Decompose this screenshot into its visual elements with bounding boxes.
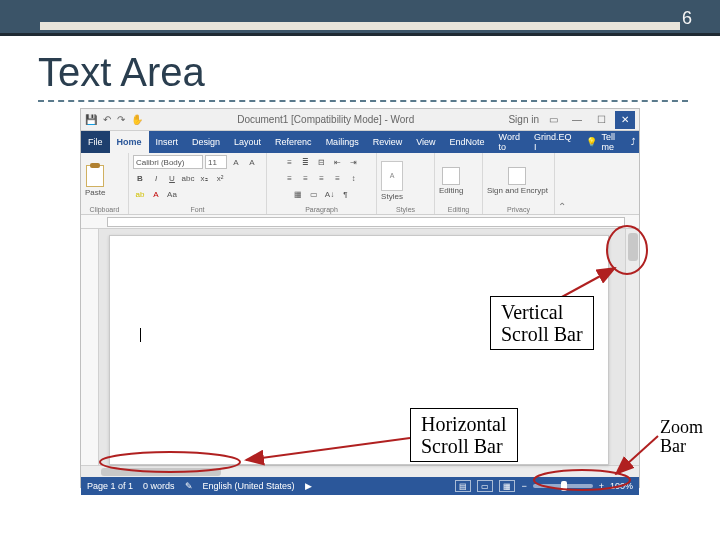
horizontal-scroll-row xyxy=(81,465,639,477)
sort-icon[interactable]: A↓ xyxy=(323,187,337,201)
paste-label: Paste xyxy=(85,188,105,197)
font-size-select[interactable]: 11 xyxy=(205,155,227,169)
share-icon: ⤴ xyxy=(631,137,636,147)
editing-group-label: Editing xyxy=(439,206,478,213)
maximize-button[interactable]: ☐ xyxy=(591,111,611,129)
group-privacy: Sign and Encrypt Privacy xyxy=(483,153,555,214)
save-icon[interactable]: 💾 xyxy=(85,114,97,125)
privacy-group-label: Privacy xyxy=(487,206,550,213)
callout-horizontal-scroll: Horizontal Scroll Bar xyxy=(410,408,518,462)
editing-button[interactable]: Editing xyxy=(439,167,463,195)
vertical-scroll-thumb[interactable] xyxy=(628,233,638,261)
ribbon-tabs: File Home Insert Design Layout Referenc … xyxy=(81,131,639,153)
redo-icon[interactable]: ↷ xyxy=(117,114,125,125)
undo-icon[interactable]: ↶ xyxy=(103,114,111,125)
zoom-in-button[interactable]: + xyxy=(599,481,604,491)
tab-review[interactable]: Review xyxy=(366,131,410,153)
title-bar: 💾 ↶ ↷ ✋ Document1 [Compatibility Mode] -… xyxy=(81,109,639,131)
macro-icon[interactable]: ▶ xyxy=(305,481,312,491)
status-words[interactable]: 0 words xyxy=(143,481,175,491)
group-editing: Editing Editing xyxy=(435,153,483,214)
document-page[interactable] xyxy=(109,235,609,465)
slide-title: Text Area xyxy=(38,50,205,95)
tab-insert[interactable]: Insert xyxy=(149,131,186,153)
read-mode-icon[interactable]: ▤ xyxy=(455,480,471,492)
bold-button[interactable]: B xyxy=(133,171,147,185)
group-paragraph: ≡ ≣ ⊟ ⇤ ⇥ ≡ ≡ ≡ ≡ ↕ ▦ ▭ A↓ ¶ xyxy=(267,153,377,214)
lock-icon xyxy=(508,167,526,185)
horizontal-scroll-thumb[interactable] xyxy=(101,468,221,476)
horizontal-scrollbar[interactable] xyxy=(99,466,625,477)
clipboard-group-label: Clipboard xyxy=(85,206,124,213)
tab-endnote[interactable]: EndNote xyxy=(443,131,492,153)
tab-home[interactable]: Home xyxy=(110,131,149,153)
proofing-icon[interactable]: ✎ xyxy=(185,481,193,491)
tab-design[interactable]: Design xyxy=(185,131,227,153)
tab-grindeq[interactable]: Grind.EQ I xyxy=(527,131,579,153)
align-left-icon[interactable]: ≡ xyxy=(283,171,297,185)
tab-wordto[interactable]: Word to xyxy=(492,131,527,153)
paste-icon xyxy=(86,165,104,187)
vertical-scrollbar[interactable] xyxy=(625,229,639,465)
shading-icon[interactable]: ▦ xyxy=(291,187,305,201)
minimize-button[interactable]: — xyxy=(567,111,587,129)
horizontal-ruler[interactable] xyxy=(81,215,639,229)
collapse-ribbon-icon[interactable]: ⌃ xyxy=(555,201,569,214)
italic-button[interactable]: I xyxy=(149,171,163,185)
justify-icon[interactable]: ≡ xyxy=(331,171,345,185)
ribbon-options-icon[interactable]: ▭ xyxy=(543,111,563,129)
shrink-font-icon[interactable]: A xyxy=(245,155,259,169)
editing-label: Editing xyxy=(439,186,463,195)
align-center-icon[interactable]: ≡ xyxy=(299,171,313,185)
paste-button[interactable]: Paste xyxy=(85,165,105,197)
styles-button[interactable]: A Styles xyxy=(381,161,403,201)
tab-references[interactable]: Referenc xyxy=(268,131,319,153)
change-case-icon[interactable]: Aa xyxy=(165,187,179,201)
show-marks-icon[interactable]: ¶ xyxy=(339,187,353,201)
strike-button[interactable]: abc xyxy=(181,171,195,185)
document-title: Document1 [Compatibility Mode] - Word xyxy=(143,114,508,125)
share-button[interactable]: ⤴ xyxy=(623,131,644,153)
find-icon xyxy=(442,167,460,185)
styles-group-label: Styles xyxy=(381,206,430,213)
close-button[interactable]: ✕ xyxy=(615,111,635,129)
window-controls: Sign in ▭ — ☐ ✕ xyxy=(508,111,635,129)
slide-page-number: 6 xyxy=(682,8,692,29)
status-page[interactable]: Page 1 of 1 xyxy=(87,481,133,491)
increase-indent-icon[interactable]: ⇥ xyxy=(347,155,361,169)
web-layout-icon[interactable]: ▦ xyxy=(499,480,515,492)
tab-layout[interactable]: Layout xyxy=(227,131,268,153)
line-spacing-icon[interactable]: ↕ xyxy=(347,171,361,185)
sign-encrypt-button[interactable]: Sign and Encrypt xyxy=(487,167,548,195)
numbering-icon[interactable]: ≣ xyxy=(299,155,313,169)
tab-mailings[interactable]: Mailings xyxy=(319,131,366,153)
tab-view[interactable]: View xyxy=(409,131,442,153)
superscript-button[interactable]: x² xyxy=(213,171,227,185)
privacy-btn-label: Sign and Encrypt xyxy=(487,186,548,195)
zoom-slider[interactable] xyxy=(533,484,593,488)
group-font: Calibri (Body) 11 A A B I U abc x₂ x² ab… xyxy=(129,153,267,214)
tell-me-search[interactable]: 💡 Tell me xyxy=(578,131,623,153)
lightbulb-icon: 💡 xyxy=(586,137,597,147)
font-color-icon[interactable]: A xyxy=(149,187,163,201)
font-name-select[interactable]: Calibri (Body) xyxy=(133,155,203,169)
style-tile-icon: A xyxy=(381,161,403,191)
subscript-button[interactable]: x₂ xyxy=(197,171,211,185)
zoom-out-button[interactable]: − xyxy=(521,481,526,491)
align-right-icon[interactable]: ≡ xyxy=(315,171,329,185)
print-layout-icon[interactable]: ▭ xyxy=(477,480,493,492)
decrease-indent-icon[interactable]: ⇤ xyxy=(331,155,345,169)
styles-label: Styles xyxy=(381,192,403,201)
status-language[interactable]: English (United States) xyxy=(203,481,295,491)
sign-in-link[interactable]: Sign in xyxy=(508,114,539,125)
grow-font-icon[interactable]: A xyxy=(229,155,243,169)
tab-file[interactable]: File xyxy=(81,131,110,153)
borders-icon[interactable]: ▭ xyxy=(307,187,321,201)
vertical-ruler[interactable] xyxy=(81,229,99,465)
bullets-icon[interactable]: ≡ xyxy=(283,155,297,169)
zoom-percent[interactable]: 100% xyxy=(610,481,633,491)
underline-button[interactable]: U xyxy=(165,171,179,185)
highlight-icon[interactable]: ab xyxy=(133,187,147,201)
multilevel-icon[interactable]: ⊟ xyxy=(315,155,329,169)
touch-mode-icon[interactable]: ✋ xyxy=(131,114,143,125)
